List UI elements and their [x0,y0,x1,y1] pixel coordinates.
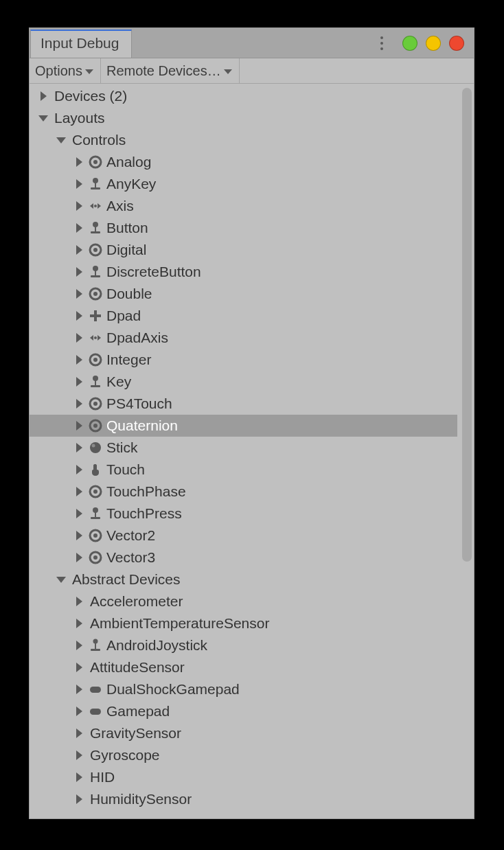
tree-row[interactable]: AnyKey [30,173,457,195]
expander-icon[interactable] [56,137,67,143]
arrows-icon [87,331,104,345]
toolbar: Options Remote Devices… [30,58,474,84]
expander-icon[interactable] [73,443,84,452]
expander-icon[interactable] [73,333,84,343]
tree-row[interactable]: Integer [30,349,457,371]
chevron-down-icon [85,69,93,74]
pad-icon [87,704,104,718]
expander-icon[interactable] [73,794,84,804]
tree-row-label: Vector2 [104,527,155,544]
tree-row[interactable]: AttitudeSensor [30,656,457,678]
tree-row[interactable]: Analog [30,151,457,173]
expander-icon[interactable] [73,663,84,672]
tree-row-label: Axis [104,198,134,214]
expander-icon[interactable] [73,772,84,782]
tree-row-label: Integer [104,352,151,368]
expander-icon[interactable] [73,245,84,255]
ring-icon [87,419,104,433]
joy-icon [87,507,104,520]
expander-icon[interactable] [73,509,84,518]
arrows-icon [87,199,104,213]
tree-row[interactable]: Vector2 [30,525,457,547]
expander-icon[interactable] [73,641,84,650]
expander-icon[interactable] [73,223,84,233]
expander-icon[interactable] [38,115,49,122]
ring-icon [87,529,104,542]
expander-icon[interactable] [73,267,84,277]
scrollbar[interactable] [462,88,472,562]
tree-row[interactable]: Devices (2) [30,85,457,107]
expander-icon[interactable] [73,685,84,694]
input-debug-window: Input Debug Options Remote Devices… Devi… [29,27,474,819]
expander-icon[interactable] [73,619,84,628]
tree-row[interactable]: Vector3 [30,547,457,568]
tree-row[interactable]: HID [30,766,457,788]
expander-icon[interactable] [73,465,84,474]
tree-row[interactable]: Gamepad [30,700,457,722]
tree-row[interactable]: Double [30,283,457,305]
joy2-icon [87,639,104,652]
joy-icon [87,177,104,191]
expander-icon[interactable] [73,201,84,211]
tree-row[interactable]: DpadAxis [30,327,457,349]
maximize-button[interactable] [426,36,441,51]
ring-icon [87,155,104,169]
tree-row[interactable]: Controls [30,129,457,151]
expander-icon[interactable] [73,707,84,716]
tree-row-label: Layouts [51,110,105,126]
kebab-menu-icon[interactable] [380,36,383,50]
close-button[interactable] [449,36,464,51]
ball-icon [87,441,104,455]
tree-row[interactable]: AmbientTemperatureSensor [30,612,457,634]
expander-icon[interactable] [73,289,84,299]
dpad-icon [87,309,104,323]
expander-icon[interactable] [73,157,84,167]
tree-row[interactable]: HumiditySensor [30,788,457,810]
tree-row[interactable]: TouchPhase [30,481,457,503]
tree-row[interactable]: PS4Touch [30,393,457,415]
expander-icon[interactable] [73,421,84,430]
expander-icon[interactable] [73,179,84,189]
tree-row[interactable]: Abstract Devices [30,568,457,590]
expander-icon[interactable] [73,399,84,409]
tree-row[interactable]: Quaternion [30,415,457,437]
window-tab[interactable]: Input Debug [30,30,132,58]
tree-row-label: Stick [104,439,138,456]
tree-row-label: DualShockGamepad [104,681,240,698]
tree-row[interactable]: TouchPress [30,503,457,525]
tree-row-label: DiscreteButton [104,264,201,280]
tree-row[interactable]: Digital [30,239,457,261]
minimize-button[interactable] [402,36,417,51]
tree-row[interactable]: Touch [30,459,457,481]
tree-row-label: Dpad [104,308,141,324]
tree-row[interactable]: Key [30,371,457,393]
tree-row[interactable]: Stick [30,437,457,459]
tree-row[interactable]: Gyroscope [30,744,457,766]
expander-icon[interactable] [73,355,84,365]
chevron-down-icon [224,69,232,74]
expander-icon[interactable] [73,531,84,540]
tree-row-label: Digital [104,242,146,258]
tree-row[interactable]: Accelerometer [30,590,457,612]
expander-icon[interactable] [38,91,49,101]
tree-row[interactable]: Axis [30,195,457,217]
expander-icon[interactable] [73,750,84,760]
expander-icon[interactable] [73,377,84,387]
expander-icon[interactable] [73,728,84,738]
tree-row[interactable]: Layouts [30,107,457,129]
tree-row[interactable]: DualShockGamepad [30,678,457,700]
tree-row[interactable]: GravitySensor [30,722,457,744]
expander-icon[interactable] [73,597,84,606]
joy-icon [87,265,104,279]
tree-row[interactable]: Dpad [30,305,457,327]
ring-icon [87,287,104,301]
expander-icon[interactable] [73,553,84,562]
expander-icon[interactable] [73,487,84,496]
tree-row[interactable]: Button [30,217,457,239]
options-dropdown[interactable]: Options [30,58,101,83]
tree-row[interactable]: AndroidJoystick [30,634,457,656]
expander-icon[interactable] [73,311,84,321]
expander-icon[interactable] [56,577,67,583]
remote-devices-dropdown[interactable]: Remote Devices… [101,58,240,83]
tree-row[interactable]: DiscreteButton [30,261,457,283]
